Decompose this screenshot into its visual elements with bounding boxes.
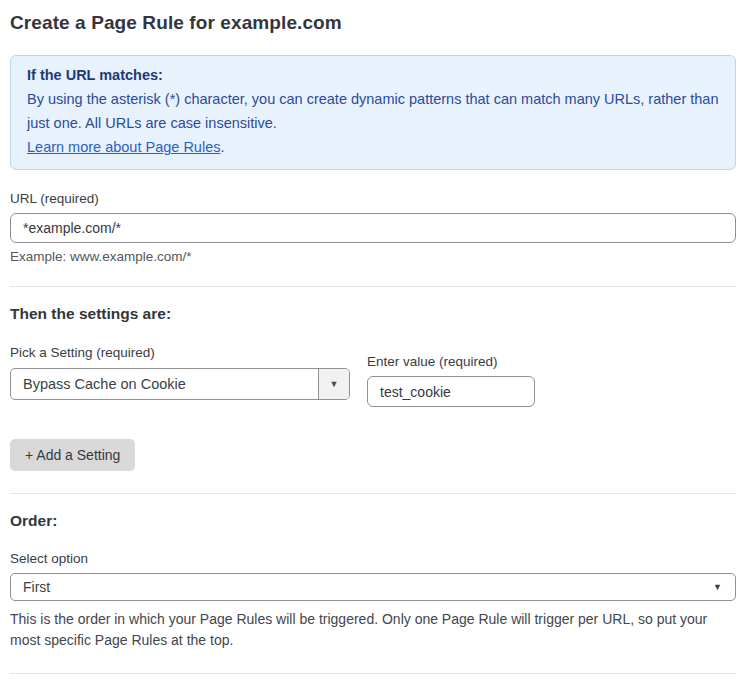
enter-value-column: Enter value (required) — [367, 323, 535, 407]
divider — [10, 673, 736, 674]
settings-row: Pick a Setting (required) Bypass Cache o… — [10, 323, 736, 407]
pick-setting-column: Pick a Setting (required) Bypass Cache o… — [10, 323, 350, 407]
pick-setting-label: Pick a Setting (required) — [10, 345, 350, 360]
info-box-body: By using the asterisk (*) character, you… — [27, 87, 719, 135]
create-page-rule-form: Create a Page Rule for example.com If th… — [0, 0, 750, 688]
info-box-heading: If the URL matches: — [27, 63, 719, 87]
url-matches-info-box: If the URL matches: By using the asteris… — [10, 55, 736, 170]
setting-value-input[interactable] — [367, 376, 535, 407]
learn-more-link[interactable]: Learn more about Page Rules — [27, 139, 220, 155]
divider — [10, 493, 736, 494]
order-helper-text: This is the order in which your Page Rul… — [10, 609, 736, 651]
url-example-helper: Example: www.example.com/* — [10, 249, 736, 264]
add-setting-button[interactable]: + Add a Setting — [10, 439, 135, 471]
divider — [10, 286, 736, 287]
order-select-label: Select option — [10, 551, 736, 566]
settings-section-heading: Then the settings are: — [10, 305, 736, 323]
enter-value-label: Enter value (required) — [367, 354, 535, 369]
chevron-down-icon: ▼ — [713, 582, 735, 592]
link-suffix-period: . — [220, 139, 224, 155]
url-input[interactable] — [10, 213, 736, 243]
url-label: URL (required) — [10, 191, 736, 206]
page-title: Create a Page Rule for example.com — [10, 12, 736, 34]
order-section-heading: Order: — [10, 512, 736, 530]
order-select-value: First — [11, 579, 713, 595]
info-box-link-line: Learn more about Page Rules. — [27, 135, 719, 159]
chevron-down-icon[interactable]: ▼ — [318, 369, 349, 399]
order-select[interactable]: First ▼ — [10, 573, 736, 601]
setting-select-value: Bypass Cache on Cookie — [11, 376, 318, 392]
setting-select[interactable]: Bypass Cache on Cookie ▼ — [10, 368, 350, 400]
